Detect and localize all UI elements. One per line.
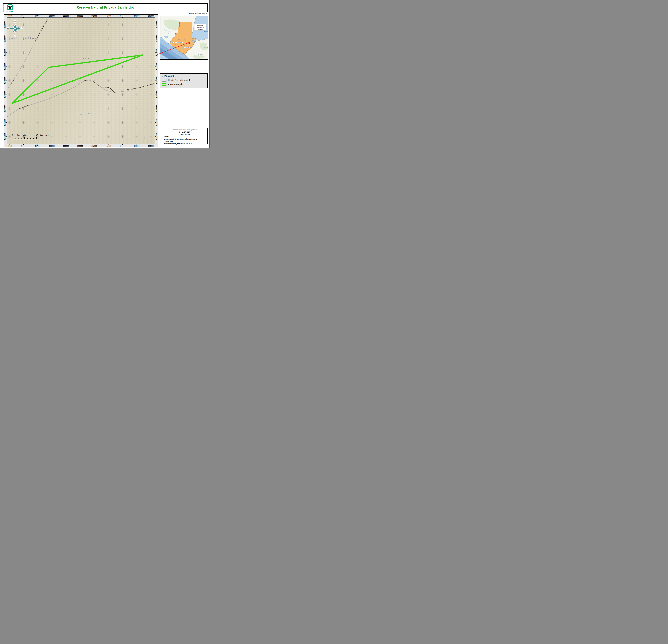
region-label-zacapa: ZACAPA — [78, 113, 92, 115]
route-code: 721 — [161, 51, 164, 53]
axis-tick-label: 598000 — [49, 145, 55, 147]
map-frame: 5950005960005970005980005990006000006010… — [4, 14, 158, 147]
scalebar-label: 0 — [12, 134, 13, 136]
svg-text:resuelto: resuelto — [198, 28, 203, 30]
departmental-boundary — [7, 80, 155, 117]
source-line-1: Base de datos de la Dirección Análisis G… — [164, 138, 206, 140]
axis-tick-mark — [9, 17, 10, 17]
stream-line — [145, 126, 145, 144]
svg-text:O: O — [7, 27, 9, 30]
svg-text:Diferendo: Diferendo — [197, 25, 203, 27]
axis-tick-label: 1678000 — [156, 91, 158, 98]
axis-tick-label: 1681000 — [4, 49, 6, 56]
axis-tick-label: 1681000 — [156, 49, 158, 56]
axis-tick-label: 601000 — [91, 145, 97, 147]
y-axis-right: 1683000168200016810001680000167900016780… — [155, 18, 158, 144]
map-sheet: CONAP Reserva Natural Privada San Isidro… — [0, 0, 210, 148]
compass-rose-icon: N E S O — [7, 19, 24, 37]
map-canvas: ALTA VERAPAZIZABALZACAPA N E S O 00.420.… — [7, 17, 155, 144]
departmental-boundary-dashes — [122, 89, 136, 90]
axis-tick-label: 1677000 — [156, 105, 158, 112]
axis-tick-mark — [94, 144, 94, 145]
inset-locator-map: Diferendo territorial no resuelto Guatem… — [160, 16, 209, 60]
crs-line: Sistema de coordenadas proyectadas — [164, 129, 206, 131]
svg-text:S: S — [15, 35, 16, 37]
legend: Simbología Límite Departamental Área pro… — [160, 73, 208, 88]
axis-tick-mark — [155, 109, 156, 109]
scalebar-label: 0.42 — [17, 134, 20, 136]
axis-tick-label: 1678000 — [4, 91, 6, 98]
x-axis-top: 5950005960005970005980005990006000006010… — [7, 15, 155, 17]
axis-tick-label: 1682000 — [4, 35, 6, 42]
scalebar-label: 1.67 Kilómetros — [34, 134, 48, 136]
axis-tick-mark — [155, 66, 156, 67]
city-dot-san-salvador — [193, 56, 194, 57]
inset-country-label: Guatemala — [170, 42, 184, 44]
axis-tick-mark — [151, 144, 151, 145]
inset-honduras-fragment: H o — [204, 46, 208, 48]
header: CONAP Reserva Natural Privada San Isidro — [3, 3, 208, 12]
credits-box: Sistema de coordenadas proyectadas Proye… — [162, 128, 208, 144]
source-line-2: Base de datos cartografía básica IGN 201… — [164, 143, 206, 145]
protected-area-polygon — [12, 55, 142, 103]
axis-tick-mark — [155, 80, 156, 81]
axis-tick-label: 602000 — [106, 145, 111, 147]
x-axis-bottom: 5950005960005970005980005990006000006010… — [7, 144, 155, 147]
axis-tick-mark — [6, 66, 7, 67]
axis-tick-mark — [6, 38, 7, 39]
axis-tick-label: 1676000 — [4, 119, 6, 126]
axis-tick-label: 605000 — [148, 145, 154, 147]
departmental-boundary-dashes — [11, 80, 14, 85]
axis-tick-label: 1679000 — [4, 77, 6, 84]
axis-tick-label: 1682000 — [156, 35, 158, 42]
axis-tick-label: 1680000 — [4, 63, 6, 70]
axis-tick-mark — [9, 144, 10, 145]
stream-line — [69, 18, 70, 34]
datum-line: Datum WGS84 — [164, 133, 206, 136]
fuente-label: Fuente: — [164, 136, 206, 138]
region-label-izabal: IZABAL — [78, 57, 92, 60]
axis-tick-label: 1677000 — [4, 105, 6, 112]
axis-tick-mark — [155, 25, 156, 25]
svg-text:Gu: Gu — [206, 24, 208, 26]
axis-tick-mark — [37, 144, 38, 145]
axis-tick-mark — [6, 109, 7, 109]
axis-tick-label: 596000 — [20, 145, 26, 147]
svg-text:territorial no: territorial no — [197, 27, 204, 28]
y-axis-left: 1683000168200016810001680000167900016780… — [4, 18, 7, 144]
axis-tick-mark — [66, 144, 66, 145]
axis-tick-mark — [155, 38, 156, 39]
page-title: Reserva Natural Privada San Isidro — [3, 5, 207, 9]
document-id: DAGeos-495-2026-BS — [189, 12, 207, 14]
conap-wordmark: CONAP — [6, 11, 14, 13]
axis-tick-mark — [6, 80, 7, 81]
svg-text:N: N — [14, 20, 16, 23]
svg-text:E: E — [21, 27, 23, 30]
axis-tick-mark — [80, 17, 80, 17]
axis-tick-label: 599000 — [63, 145, 69, 147]
axis-tick-label: 595000 — [6, 145, 12, 147]
axis-tick-label: 597000 — [35, 145, 41, 147]
source-line-1b: CONAP 2026 — [164, 140, 206, 143]
departmental-boundary-dashes — [19, 105, 30, 109]
axis-tick-label: 600000 — [77, 145, 83, 147]
grid-crosses — [8, 23, 152, 138]
axis-tick-label: 1683000 — [156, 21, 158, 28]
scale-bar: 00.420.831.67 Kilómetros — [7, 134, 50, 142]
axis-tick-label: 604000 — [134, 145, 139, 147]
axis-tick-mark — [94, 17, 94, 17]
city-dot-guatemala — [182, 48, 183, 49]
axis-tick-mark — [151, 17, 151, 17]
axis-tick-label: 1680000 — [156, 63, 158, 70]
departmental-boundary-dashes — [36, 18, 49, 41]
axis-tick-label: 1676000 — [156, 119, 158, 126]
limite-departamental-swatch — [162, 79, 166, 82]
axis-tick-label: 1675000 — [156, 133, 158, 140]
area-protegida-swatch — [162, 83, 166, 86]
axis-tick-mark — [6, 25, 7, 25]
inset-city2-label: San Salvador — [194, 54, 203, 56]
axis-tick-mark — [37, 17, 38, 17]
axis-tick-mark — [66, 17, 66, 17]
axis-tick-label: 603000 — [120, 145, 125, 147]
projection-line: Proyección GTM — [164, 131, 206, 133]
